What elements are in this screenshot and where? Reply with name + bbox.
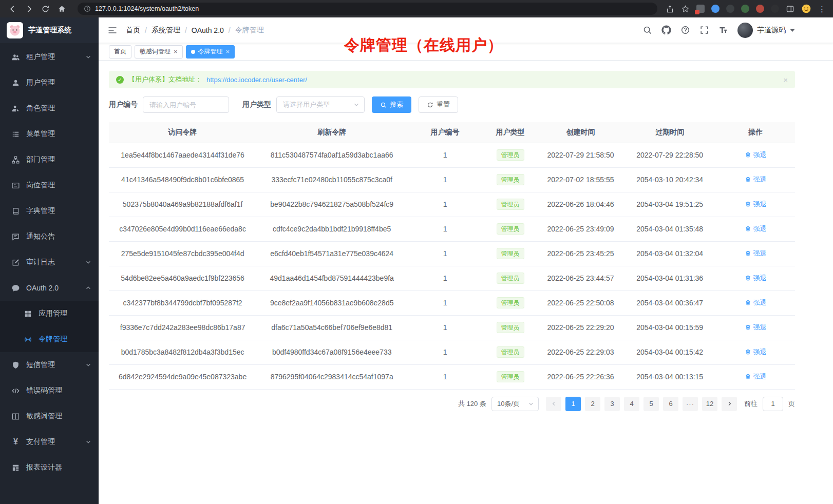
cell-access-token: c347026e805e4d99b0d116eae66eda8c xyxy=(109,217,256,241)
force-logout-button[interactable]: 强退 xyxy=(745,224,767,234)
sidebar-item-pay[interactable]: ¥支付管理 xyxy=(0,429,99,455)
page-5-button[interactable]: 5 xyxy=(643,397,659,411)
side-panel-button[interactable] xyxy=(786,5,794,13)
sidebar-item-oauth2[interactable]: OAuth 2.0 xyxy=(0,275,99,301)
force-logout-button[interactable]: 强退 xyxy=(745,249,767,258)
page-6-button[interactable]: 6 xyxy=(663,397,678,411)
sidebar-item-dept[interactable]: 部门管理 xyxy=(0,147,99,172)
sidebar-item-menu[interactable]: 菜单管理 xyxy=(0,121,99,147)
force-logout-button[interactable]: 强退 xyxy=(745,274,767,283)
sidebar-item-sms[interactable]: 短信管理 xyxy=(0,352,99,378)
doc-link[interactable]: https://doc.iocoder.cn/user-center/ xyxy=(206,76,307,84)
reload-button[interactable] xyxy=(41,5,50,13)
force-logout-button[interactable]: 强退 xyxy=(745,347,767,357)
sidebar-item-label: 应用管理 xyxy=(39,309,67,318)
force-logout-button[interactable]: 强退 xyxy=(745,175,767,184)
force-logout-button[interactable]: 强退 xyxy=(745,323,767,332)
force-logout-label: 强退 xyxy=(753,224,767,234)
extension-icon-badged[interactable] xyxy=(696,5,705,13)
more-pages-button[interactable]: ··· xyxy=(683,397,698,411)
sidebar-item-sensitive-word[interactable]: 敏感词管理 xyxy=(0,403,99,429)
browser-menu-icon[interactable]: ⋮ xyxy=(818,5,826,13)
cell-access-token: 502375b8040a469a9b82188afdf6af1f xyxy=(109,192,256,217)
cell-create-time: 2022-06-25 22:29:03 xyxy=(538,340,623,364)
cell-refresh-token: be90422b8c7946218275a508bf524fc9 xyxy=(256,192,407,217)
search-icon[interactable] xyxy=(642,25,652,35)
user-id-input[interactable] xyxy=(143,96,229,113)
force-logout-button[interactable]: 强退 xyxy=(745,150,767,160)
breadcrumb-item[interactable]: 系统管理 xyxy=(152,26,180,35)
sidebar-item-user[interactable]: 用户管理 xyxy=(0,70,99,95)
page-3-button[interactable]: 3 xyxy=(604,397,620,411)
app-logo[interactable]: 芋道管理系统 xyxy=(0,17,99,43)
extension-icon-dark[interactable] xyxy=(726,5,734,13)
github-icon[interactable] xyxy=(661,25,671,35)
page-1-button[interactable]: 1 xyxy=(565,397,581,411)
sidebar-item-error-code[interactable]: 错误码管理 xyxy=(0,378,99,403)
collapse-sidebar-button[interactable] xyxy=(107,25,118,35)
address-bar[interactable]: 127.0.0.1:1024/system/oauth2/token xyxy=(78,3,657,15)
cell-expire-time: 2054-03-04 01:31:36 xyxy=(623,266,716,290)
sidebar-item-role[interactable]: 角色管理 xyxy=(0,95,99,121)
tokens-table: 访问令牌刷新令牌用户编号用户类型创建时间过期时间操作 1ea5e44f8bc14… xyxy=(109,122,795,390)
sidebar-item-dict[interactable]: 字典管理 xyxy=(0,198,99,224)
home-button[interactable] xyxy=(58,5,66,13)
tab-sensitive-word[interactable]: 敏感词管理× xyxy=(135,45,183,59)
breadcrumb-item[interactable]: OAuth 2.0 xyxy=(192,26,224,34)
sidebar-item-oauth2-token[interactable]: 令牌管理 xyxy=(0,326,99,352)
extension-icon-paw[interactable] xyxy=(771,5,779,13)
cell-user-id: 1 xyxy=(407,217,483,241)
site-info-icon[interactable] xyxy=(84,5,91,12)
user-menu[interactable]: 芋道源码 xyxy=(737,23,795,38)
page-4-button[interactable]: 4 xyxy=(624,397,639,411)
tab-home[interactable]: 首页 xyxy=(109,45,131,59)
reset-button[interactable]: 重置 xyxy=(419,96,458,113)
extension-icon-blue[interactable] xyxy=(711,5,720,13)
back-button[interactable] xyxy=(8,5,17,13)
prev-page-button[interactable] xyxy=(546,397,561,411)
page-size-select[interactable]: 10条/页 xyxy=(491,397,539,411)
tab-oauth2-token[interactable]: 令牌管理× xyxy=(186,45,235,59)
force-logout-button[interactable]: 强退 xyxy=(745,298,767,307)
force-logout-button[interactable]: 强退 xyxy=(745,200,767,209)
font-size-icon[interactable] xyxy=(718,25,728,35)
forward-button[interactable] xyxy=(25,5,33,13)
user-type-badge: 管理员 xyxy=(497,371,524,382)
cell-expire-time: 2022-07-29 22:28:50 xyxy=(623,143,716,167)
browser-toolbar-right: ⋮ xyxy=(666,4,828,14)
breadcrumb-item[interactable]: 首页 xyxy=(126,26,140,35)
page-12-button[interactable]: 12 xyxy=(702,397,717,411)
chevron-down-icon xyxy=(85,54,91,60)
page-2-button[interactable]: 2 xyxy=(585,397,600,411)
alert-close-icon[interactable]: × xyxy=(783,76,788,84)
bookmark-star-icon[interactable] xyxy=(681,5,690,13)
share-button[interactable] xyxy=(666,5,674,13)
user-type-select[interactable]: 请选择用户类型 xyxy=(276,96,365,113)
goto-page-input[interactable] xyxy=(763,397,783,411)
chevron-down-icon xyxy=(85,259,91,265)
sidebar-item-post[interactable]: 岗位管理 xyxy=(0,172,99,198)
force-logout-label: 强退 xyxy=(753,175,767,184)
breadcrumb-separator: / xyxy=(229,26,231,34)
tab-close-icon[interactable]: × xyxy=(226,48,230,55)
sidebar-item-audit-log[interactable]: 审计日志 xyxy=(0,249,99,275)
extension-icon-green[interactable] xyxy=(741,5,749,13)
sidebar-item-report-designer[interactable]: 报表设计器 xyxy=(0,455,99,480)
force-logout-button[interactable]: 强退 xyxy=(745,372,767,381)
sidebar-item-notice[interactable]: 通知公告 xyxy=(0,224,99,249)
yen-icon: ¥ xyxy=(11,438,20,447)
cell-actions: 强退 xyxy=(716,315,795,340)
sidebar-item-oauth2-application[interactable]: 应用管理 xyxy=(0,301,99,326)
fullscreen-icon[interactable] xyxy=(699,25,709,35)
page-size-value: 10条/页 xyxy=(497,399,520,409)
browser-profile-avatar[interactable] xyxy=(801,4,811,14)
sidebar-item-label: 租户管理 xyxy=(26,52,55,62)
sidebar-item-tenant[interactable]: 租户管理 xyxy=(0,44,99,70)
search-button[interactable]: 搜索 xyxy=(372,96,411,113)
table-header-row: 访问令牌刷新令牌用户编号用户类型创建时间过期时间操作 xyxy=(109,122,795,143)
cell-expire-time: 2054-03-04 00:36:47 xyxy=(623,290,716,315)
next-page-button[interactable] xyxy=(722,397,737,411)
extension-icon-red[interactable] xyxy=(756,5,764,13)
tab-close-icon[interactable]: × xyxy=(174,48,178,55)
help-icon[interactable] xyxy=(680,25,690,35)
